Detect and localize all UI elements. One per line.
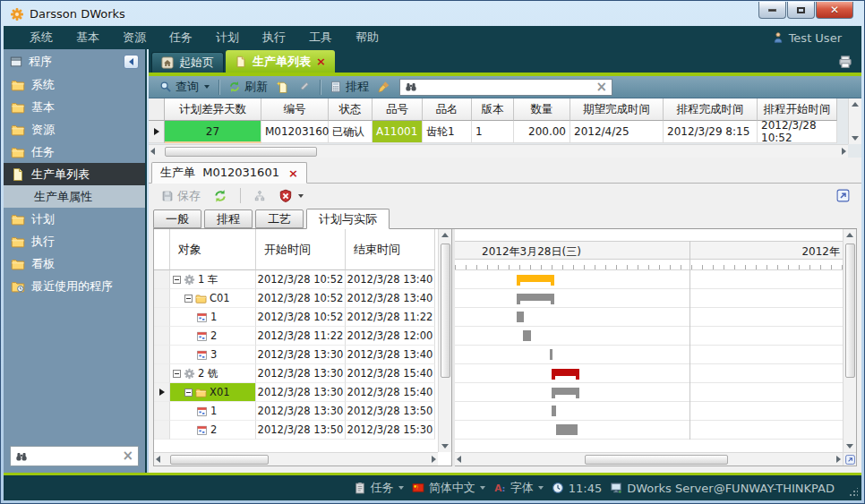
tree-start-cell[interactable]: 2012/3/28 13:30 [256, 364, 346, 383]
column-header-状态[interactable]: 状态 [329, 98, 373, 121]
tree-start-cell[interactable]: 2012/3/28 11:22 [256, 327, 346, 346]
menu-item-0[interactable]: 系统 [18, 26, 64, 49]
tree-row[interactable]: X012012/3/28 13:302012/3/28 15:40 [154, 383, 451, 402]
grid-cell[interactable]: 齿轮1 [423, 121, 472, 143]
clean-button[interactable] [373, 79, 395, 95]
sidebar-search-clear-icon[interactable]: × [122, 449, 133, 463]
tree-row[interactable]: 32012/3/28 13:302012/3/28 13:40 [154, 346, 451, 364]
status-language-menu[interactable]: 简体中文 [412, 480, 485, 496]
column-header-排程完成时间[interactable]: 排程完成时间 [664, 98, 758, 121]
grid-cell[interactable]: 2012/3/29 8:15 [664, 121, 758, 143]
tree-expander-icon[interactable] [184, 389, 193, 397]
printer-icon[interactable] [837, 54, 853, 70]
close-button[interactable]: ✕ [816, 2, 853, 19]
tree-expander-icon[interactable] [173, 370, 181, 378]
menu-item-2[interactable]: 资源 [111, 26, 158, 49]
tree-start-cell[interactable]: 2012/3/28 13:50 [256, 421, 346, 440]
menu-item-5[interactable]: 执行 [251, 26, 297, 49]
tree-end-cell[interactable]: 2012/3/28 13:50 [346, 402, 435, 421]
status-font-menu[interactable]: A: 字体 [493, 480, 544, 496]
tree-column-header-结束时间[interactable]: 结束时间 [346, 229, 435, 270]
new-button[interactable] [272, 79, 294, 95]
tree-end-cell[interactable]: 2012/3/28 11:22 [346, 308, 435, 327]
sidebar-item-基本[interactable]: 基本 [4, 96, 145, 118]
menu-item-3[interactable]: 任务 [158, 26, 204, 49]
gantt-row[interactable] [455, 364, 856, 383]
sidebar-item-生产单属性[interactable]: 生产单属性 [4, 185, 145, 208]
grid-cell[interactable]: 2012/4/25 [570, 121, 664, 143]
tree-start-cell[interactable]: 2012/3/28 13:30 [256, 346, 346, 364]
menu-item-6[interactable]: 工具 [297, 26, 344, 49]
tree-expander-icon[interactable] [184, 295, 193, 303]
gantt-bar[interactable] [552, 406, 556, 416]
maximize-button[interactable] [787, 2, 815, 19]
refresh-button[interactable]: 刷新 [224, 77, 272, 97]
tree-end-cell[interactable]: 2012/3/28 13:40 [346, 270, 435, 289]
subtab-general[interactable]: 一般 [153, 209, 201, 228]
tree-row[interactable]: 1 车2012/3/28 10:522012/3/28 13:40 [154, 270, 451, 289]
detail-tab-close-icon[interactable]: × [288, 167, 298, 179]
validate-button[interactable] [274, 187, 308, 205]
status-task-menu[interactable]: 任务 [354, 480, 404, 496]
menu-item-4[interactable]: 计划 [204, 26, 251, 49]
scrollbar-thumb[interactable] [585, 455, 728, 465]
toolbar-search-input[interactable] [422, 81, 591, 94]
gantt-bar[interactable] [550, 349, 552, 360]
tree-object-cell[interactable]: X01 [170, 383, 256, 402]
sidebar-item-任务[interactable]: 任务 [4, 141, 145, 163]
minimize-button[interactable] [758, 2, 786, 19]
subtab-process[interactable]: 工艺 [255, 209, 304, 228]
gantt-popout-button[interactable] [843, 452, 856, 466]
gantt-row[interactable] [455, 402, 856, 421]
grid-cell[interactable]: M012031601 [261, 121, 329, 143]
gantt-hscrollbar[interactable] [455, 452, 843, 466]
column-header-计划差异天数[interactable]: 计划差异天数 [165, 98, 261, 121]
popout-icon[interactable] [835, 188, 851, 203]
schedule-button[interactable]: 排程 [325, 77, 373, 97]
sidebar-item-执行[interactable]: 执行 [4, 230, 145, 252]
gantt-bar[interactable] [517, 275, 554, 282]
grid-cell[interactable]: 已确认 [329, 121, 373, 143]
gantt-row[interactable] [455, 421, 856, 440]
tree-end-cell[interactable]: 2012/3/28 15:40 [346, 383, 435, 402]
tree-end-cell[interactable]: 2012/3/28 13:40 [346, 289, 435, 308]
orders-grid-hscrollbar[interactable] [149, 144, 848, 158]
detail-doc-tab[interactable]: 生产单 M012031601 × [151, 162, 307, 184]
column-header-期望完成时间[interactable]: 期望完成时间 [570, 98, 664, 121]
row-selector[interactable] [149, 121, 165, 143]
tab-order-list[interactable]: 生产单列表 × [226, 50, 335, 73]
scrollbar-thumb[interactable] [845, 243, 855, 378]
tree-row[interactable]: C012012/3/28 10:522012/3/28 13:40 [154, 289, 451, 308]
tree-end-cell[interactable]: 2012/3/28 15:30 [346, 421, 435, 440]
tree-start-cell[interactable]: 2012/3/28 13:30 [256, 383, 346, 402]
column-header-排程开始时间[interactable]: 排程开始时间 [758, 98, 837, 121]
tab-start-page[interactable]: 起始页 [151, 52, 224, 73]
tree-row[interactable]: 2 铣2012/3/28 13:302012/3/28 15:40 [154, 364, 451, 383]
tree-row[interactable]: 22012/3/28 13:502012/3/28 15:30 [154, 421, 451, 440]
tree-hscrollbar[interactable] [154, 452, 438, 466]
toolbar-search-clear-icon[interactable]: × [595, 81, 607, 94]
gantt-bar[interactable] [552, 369, 579, 376]
gantt-bar[interactable] [517, 312, 524, 322]
sidebar-item-系统[interactable]: 系统 [4, 73, 145, 96]
save-button[interactable]: 保存 [157, 186, 205, 206]
tree-expander-icon[interactable] [173, 276, 181, 284]
tree-object-cell[interactable]: 2 铣 [170, 364, 256, 383]
grid-cell[interactable]: 200.00 [514, 121, 570, 143]
tree-row[interactable]: 12012/3/28 13:302012/3/28 13:50 [154, 402, 451, 421]
column-header-版本[interactable]: 版本 [472, 98, 514, 121]
column-header-编号[interactable]: 编号 [261, 98, 329, 121]
tree-object-cell[interactable]: 1 车 [170, 270, 256, 289]
query-button[interactable]: 查询 [155, 77, 214, 97]
tree-end-cell[interactable]: 2012/3/28 12:00 [346, 327, 435, 346]
link-structure-button[interactable] [249, 188, 270, 204]
sidebar-search-input[interactable] [32, 450, 117, 463]
column-header-品号[interactable]: 品号 [373, 98, 423, 121]
tree-column-header-开始时间[interactable]: 开始时间 [256, 229, 346, 270]
scrollbar-thumb[interactable] [441, 243, 450, 378]
user-box[interactable]: Test User [772, 31, 861, 45]
tree-row[interactable]: 12012/3/28 10:522012/3/28 11:22 [154, 308, 451, 327]
tree-start-cell[interactable]: 2012/3/28 10:52 [256, 270, 346, 289]
tree-object-cell[interactable]: 2 [170, 421, 256, 440]
sidebar-item-生产单列表[interactable]: 生产单列表 [4, 163, 145, 185]
